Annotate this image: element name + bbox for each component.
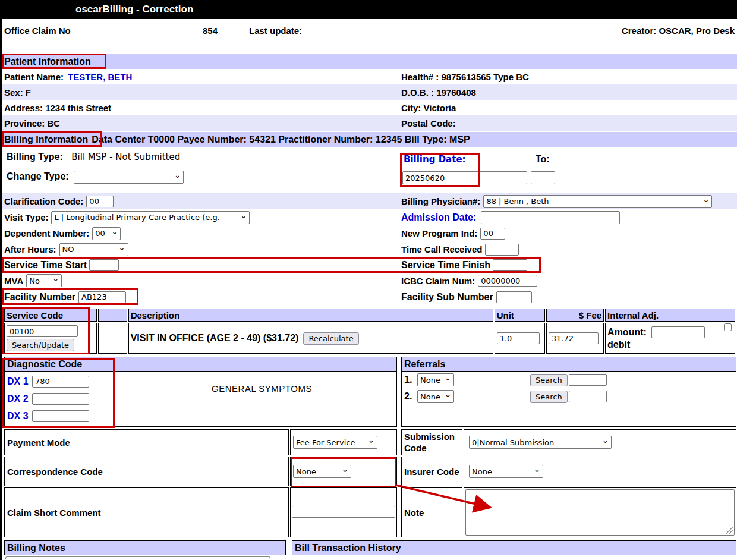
dx1-input[interactable] — [32, 376, 89, 388]
patient-dob: D.O.B. : 19760408 — [401, 87, 476, 97]
billing-notes-textarea[interactable] — [5, 556, 270, 559]
office-claim-number: 854 — [203, 26, 249, 36]
health-number: Health# : 9875613565 Type BC — [401, 72, 529, 82]
service-code-header: Service Code — [4, 309, 97, 322]
submission-code-label: Submission Code — [404, 431, 462, 454]
billing-type-value: Bill MSP - Not Submitted — [71, 152, 180, 162]
diagnostic-code-table: Diagnostic Code DX 1 DX 2 DX 3 — [4, 357, 397, 427]
page-title: oscarBilling - Correction — [75, 4, 193, 15]
referrals-table: Referrals 1. None ⌄ Search 2. None ⌄ Sea… — [401, 357, 736, 427]
referral-2-select[interactable]: None ⌄ — [417, 390, 454, 403]
correspondence-code-label: Correspondence Code — [7, 467, 103, 477]
patient-information-header: Patient Information — [2, 54, 737, 69]
facility-row: Facility Number Facility Sub Number — [2, 288, 737, 306]
billing-date-to-label: To: — [536, 154, 550, 165]
patient-postal: Postal Code: — [401, 118, 456, 128]
spacer-header — [98, 309, 127, 322]
creator-label: Creator: OSCAR, Pro Desk — [622, 26, 735, 36]
internal-adj-header: Internal Adj. — [605, 309, 735, 322]
chevron-down-icon: ⌄ — [119, 245, 125, 251]
facility-sub-label: Facility Sub Number — [401, 292, 493, 303]
payment-mode-label: Payment Mode — [7, 438, 70, 448]
billing-type-block: Billing Type: Bill MSP - Not Submitted C… — [2, 147, 737, 193]
service-spacer-cell — [98, 323, 127, 354]
icbc-claim-input[interactable] — [478, 275, 537, 287]
patient-name-value: TESTER, BETH — [68, 72, 132, 82]
debit-checkbox[interactable] — [724, 323, 732, 331]
mva-select[interactable]: No ⌄ — [26, 274, 62, 287]
patient-city: City: Victoria — [401, 103, 456, 113]
service-time-finish-input[interactable] — [493, 259, 527, 271]
service-unit-cell — [495, 323, 545, 354]
note-textarea[interactable] — [465, 489, 735, 536]
visit-type-value: L | Longitudinal Primary Care Practice (… — [54, 213, 219, 222]
referral-1-select[interactable]: None ⌄ — [417, 373, 454, 386]
payment-mode-value: Fee For Service — [296, 438, 355, 447]
recalculate-button[interactable]: Recalculate — [303, 332, 358, 345]
comment-note-row: Claim Short Comment Note — [4, 487, 737, 537]
resize-handle-icon[interactable] — [726, 527, 733, 534]
dependent-number-label: Dependent Number: — [4, 228, 89, 238]
referral-2-search-button[interactable]: Search — [530, 391, 568, 403]
dx2-input[interactable] — [32, 393, 89, 405]
correspondence-code-select[interactable]: None ⌄ — [293, 465, 351, 478]
service-table-data-row: Search/Update VISIT IN OFFICE (AGE 2 - 4… — [4, 323, 735, 354]
clarification-code-input[interactable] — [86, 196, 114, 207]
service-time-start-input[interactable] — [89, 259, 119, 271]
last-update-label: Last update: — [249, 26, 302, 36]
diagnostic-description: GENERAL SYMPTOMS — [212, 383, 312, 394]
patient-sex: Sex: F — [4, 87, 31, 97]
dependent-number-select[interactable]: 00 ⌄ — [92, 227, 121, 240]
dx-column: DX 1 DX 2 DX 3 — [5, 372, 127, 426]
claim-comment-input-2[interactable] — [292, 506, 395, 518]
chevron-down-icon: ⌄ — [445, 375, 451, 381]
amount-input[interactable] — [651, 326, 705, 338]
submission-code-select[interactable]: 0|Normal Submission ⌄ — [469, 436, 612, 449]
chevron-down-icon: ⌄ — [174, 172, 181, 178]
unit-header: Unit — [495, 309, 545, 322]
patient-row-address: Address: 1234 this Street City: Victoria — [2, 100, 737, 115]
billing-date-input[interactable] — [402, 171, 527, 184]
fee-header: $ Fee — [546, 309, 604, 322]
fee-input[interactable] — [549, 332, 599, 344]
insurer-code-select[interactable]: None ⌄ — [469, 465, 543, 478]
payment-mode-row: Payment Mode Fee For Service ⌄ Submissio… — [4, 429, 737, 455]
icbc-claim-label: ICBC Claim Num: — [401, 276, 475, 286]
referral-1-search-button[interactable]: Search — [530, 374, 568, 386]
internal-adj-cell: Amount: debit — [605, 323, 735, 354]
change-type-select[interactable]: ⌄ — [74, 171, 184, 184]
referral-1-input[interactable] — [569, 374, 607, 386]
facility-sub-input[interactable] — [496, 291, 532, 303]
billing-physician-value: 88 | Benn , Beth — [486, 197, 549, 206]
payment-mode-select[interactable]: Fee For Service ⌄ — [293, 436, 377, 449]
service-code-input[interactable] — [7, 325, 78, 337]
admission-date-input[interactable] — [481, 211, 620, 224]
chevron-down-icon: ⌄ — [602, 438, 609, 443]
patient-row-name: Patient Name: TESTER, BETH Health# : 987… — [2, 69, 737, 84]
referral-row-2: 2. None ⌄ Search — [402, 388, 736, 405]
visit-type-select[interactable]: L | Longitudinal Primary Care Practice (… — [51, 211, 250, 224]
unit-input[interactable] — [497, 332, 540, 344]
facility-number-input[interactable] — [78, 291, 126, 303]
billing-date-to-input[interactable] — [531, 171, 555, 184]
claim-comment-input-1[interactable] — [292, 488, 395, 504]
submission-code-value: 0|Normal Submission — [472, 438, 554, 447]
after-hours-select[interactable]: NO ⌄ — [59, 243, 128, 256]
time-call-input[interactable] — [485, 244, 519, 256]
debit-label: debit — [607, 339, 630, 350]
billing-physician-label: Billing Physician#: — [401, 196, 480, 206]
visit-type-label: Visit Type: — [4, 212, 48, 222]
chevron-down-icon: ⌄ — [703, 197, 709, 203]
referral-2-value: None — [420, 392, 440, 401]
billing-physician-select[interactable]: 88 | Benn , Beth ⌄ — [483, 195, 712, 208]
new-program-input[interactable] — [480, 228, 505, 240]
clarification-code-label: Clarification Code: — [4, 196, 83, 206]
office-claim-label: Office Claim No — [4, 26, 203, 36]
billing-correction-page: oscarBilling - Correction Office Claim N… — [0, 0, 737, 560]
window-titlebar: oscarBilling - Correction — [2, 0, 737, 19]
search-update-button[interactable]: Search/Update — [7, 339, 74, 351]
referral-row-1: 1. None ⌄ Search — [402, 372, 736, 388]
diagnostic-code-title: Diagnostic Code — [7, 359, 82, 370]
referral-2-input[interactable] — [569, 391, 607, 402]
dx3-input[interactable] — [32, 410, 89, 422]
